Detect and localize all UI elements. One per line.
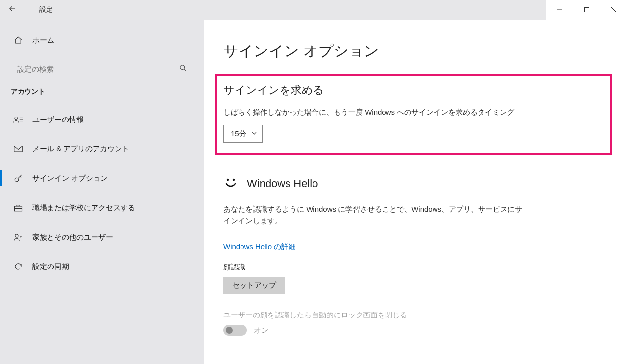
sidebar-item-user-info[interactable]: ユーザーの情報	[0, 105, 204, 134]
windows-hello-desc: あなたを認識するように Windows に学習させることで、Windows、アプ…	[223, 203, 527, 227]
auto-close-toggle-row: オン	[223, 325, 607, 336]
sidebar: ホーム アカウント ユーザーの情報 メール & アプリのアカウント	[0, 20, 204, 364]
auto-close-toggle[interactable]	[223, 325, 247, 336]
home-icon	[12, 36, 24, 45]
svg-point-15	[227, 179, 229, 181]
mail-icon	[12, 146, 24, 152]
require-signin-dropdown[interactable]: 15分	[223, 125, 263, 143]
sidebar-item-label: サインイン オプション	[32, 174, 108, 183]
windows-hello-header: Windows Hello	[223, 175, 607, 193]
sidebar-item-label: 職場または学校にアクセスする	[32, 203, 135, 213]
titlebar: 設定	[0, 0, 627, 20]
search-input-container[interactable]	[11, 59, 193, 78]
require-signin-heading: サインインを求める	[223, 83, 603, 97]
svg-point-4	[180, 65, 184, 70]
minimize-button[interactable]	[546, 0, 573, 20]
window-title: 設定	[39, 5, 53, 14]
maximize-button[interactable]	[573, 0, 600, 20]
dropdown-value: 15分	[231, 129, 246, 139]
sync-icon	[12, 262, 24, 271]
smile-icon	[223, 175, 238, 193]
close-button[interactable]	[600, 0, 627, 20]
chevron-down-icon	[251, 130, 257, 138]
sidebar-item-label: ユーザーの情報	[32, 115, 84, 124]
user-icon	[12, 116, 24, 123]
require-signin-desc: しばらく操作しなかった場合に、もう一度 Windows へのサインインを求めるタ…	[223, 106, 603, 118]
sidebar-item-sync[interactable]: 設定の同期	[0, 252, 204, 281]
sidebar-item-label: 家族とその他のユーザー	[32, 233, 113, 242]
sidebar-group-title: アカウント	[0, 87, 204, 96]
main-content: サインイン オプション サインインを求める しばらく操作しなかった場合に、もう一…	[204, 20, 627, 364]
people-icon	[12, 233, 24, 242]
svg-rect-10	[14, 146, 23, 152]
svg-rect-1	[584, 8, 589, 12]
windows-hello-title: Windows Hello	[247, 177, 318, 190]
sidebar-item-work-school[interactable]: 職場または学校にアクセスする	[0, 193, 204, 222]
sidebar-item-label: 設定の同期	[32, 262, 69, 271]
svg-point-6	[15, 117, 18, 120]
search-input[interactable]	[11, 65, 173, 73]
sidebar-home[interactable]: ホーム	[0, 26, 204, 54]
require-signin-section: サインインを求める しばらく操作しなかった場合に、もう一度 Windows への…	[215, 74, 612, 155]
setup-button[interactable]: セットアップ	[223, 277, 285, 294]
svg-line-5	[184, 69, 186, 71]
briefcase-icon	[12, 204, 24, 212]
auto-close-desc: ユーザーの顔を認識したら自動的にロック画面を閉じる	[223, 311, 607, 320]
sidebar-item-label: メール & アプリのアカウント	[32, 145, 129, 154]
svg-point-14	[15, 234, 18, 237]
sidebar-item-family-users[interactable]: 家族とその他のユーザー	[0, 222, 204, 252]
sidebar-home-label: ホーム	[32, 36, 54, 45]
search-icon	[173, 64, 193, 73]
face-recognition-label: 顔認識	[223, 263, 607, 272]
page-title: サインイン オプション	[223, 41, 607, 61]
toggle-label: オン	[254, 326, 268, 335]
window-controls	[546, 0, 627, 20]
sidebar-item-email-accounts[interactable]: メール & アプリのアカウント	[0, 134, 204, 164]
back-button[interactable]	[0, 4, 24, 16]
windows-hello-link[interactable]: Windows Hello の詳細	[223, 243, 296, 252]
sidebar-item-signin-options[interactable]: サインイン オプション	[0, 164, 204, 193]
key-icon	[12, 174, 24, 183]
svg-point-16	[233, 179, 235, 181]
